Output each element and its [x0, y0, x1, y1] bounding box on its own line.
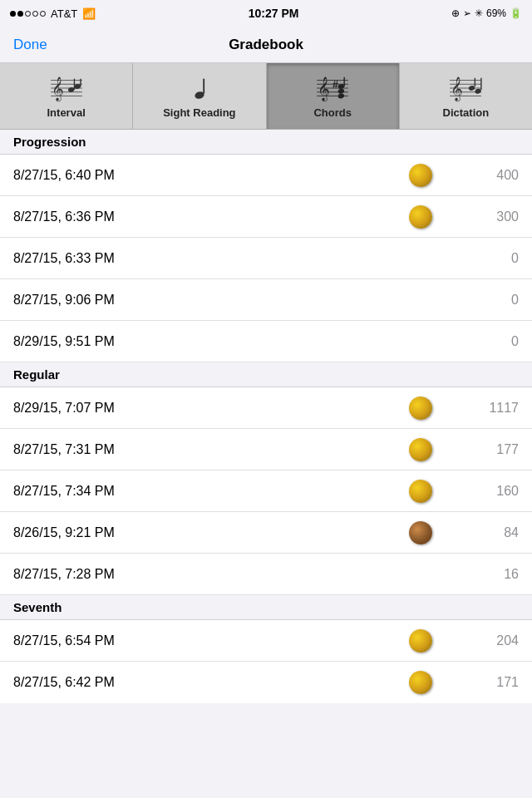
- tab-interval-label: Interval: [47, 106, 86, 119]
- list-item: 8/27/15, 6:42 PM171: [0, 662, 532, 703]
- tab-chords-label: Chords: [313, 106, 352, 119]
- svg-point-31: [475, 88, 482, 94]
- tab-sightreading[interactable]: Sight Reading: [133, 63, 266, 129]
- tab-dictation[interactable]: 𝄞 Dictation: [400, 63, 532, 129]
- row-coin: [406, 288, 436, 312]
- svg-point-21: [337, 93, 345, 99]
- row-date: 8/27/15, 6:42 PM: [13, 675, 406, 690]
- status-bar: AT&T 📶 10:27 PM ⊕ ➢ ✳ 69% 🔋: [0, 0, 532, 27]
- row-date: 8/27/15, 6:54 PM: [13, 633, 406, 648]
- svg-text:𝄞: 𝄞: [318, 76, 330, 102]
- list-item: 8/26/15, 9:21 PM84: [0, 512, 532, 554]
- row-date: 8/29/15, 7:07 PM: [13, 401, 406, 416]
- list-item: 8/27/15, 6:40 PM400: [0, 155, 532, 196]
- row-score: 16: [469, 567, 519, 582]
- wifi-icon: 📶: [82, 7, 96, 20]
- row-score: 1117: [469, 401, 519, 416]
- row-date: 8/27/15, 7:34 PM: [13, 484, 406, 499]
- row-date: 8/29/15, 9:51 PM: [13, 334, 406, 349]
- row-coin: [406, 205, 436, 229]
- list-item: 8/27/15, 6:36 PM300: [0, 196, 532, 238]
- row-score: 400: [469, 168, 519, 183]
- row-score: 160: [469, 484, 519, 499]
- carrier-label: AT&T: [51, 7, 77, 20]
- status-time: 10:27 PM: [249, 7, 299, 20]
- section-header-2: Seventh: [0, 595, 532, 620]
- list-item: 8/27/15, 7:34 PM160: [0, 470, 532, 512]
- row-date: 8/27/15, 6:36 PM: [13, 209, 406, 224]
- row-score: 0: [469, 334, 519, 349]
- row-coin: [406, 330, 436, 353]
- svg-point-29: [469, 85, 476, 91]
- row-coin: [406, 164, 436, 187]
- list-item: 8/27/15, 6:54 PM204: [0, 620, 532, 662]
- tab-bar: 𝄞 Interval Sight Reading: [0, 63, 532, 130]
- row-coin: [406, 671, 436, 694]
- bluetooth-icon: ✳: [475, 7, 483, 19]
- section-header-0: Progression: [0, 130, 532, 155]
- section-header-1: Regular: [0, 362, 532, 387]
- navigation-icon: ➢: [463, 7, 471, 19]
- row-coin: [406, 629, 436, 653]
- row-score: 171: [469, 675, 519, 690]
- list-item: 8/27/15, 6:33 PM0: [0, 238, 532, 279]
- svg-text:#: #: [332, 79, 338, 91]
- row-date: 8/26/15, 9:21 PM: [13, 525, 406, 540]
- tab-chords[interactable]: 𝄞 # Chords: [267, 63, 400, 129]
- row-score: 84: [469, 525, 519, 540]
- list-item: 8/27/15, 9:06 PM0: [0, 279, 532, 321]
- row-date: 8/27/15, 7:28 PM: [13, 567, 406, 582]
- svg-text:𝄞: 𝄞: [451, 76, 463, 102]
- gradebook-list: Progression8/27/15, 6:40 PM4008/27/15, 6…: [0, 130, 532, 703]
- row-coin: [406, 563, 436, 586]
- row-date: 8/27/15, 7:31 PM: [13, 442, 406, 457]
- svg-point-20: [337, 88, 345, 94]
- row-date: 8/27/15, 9:06 PM: [13, 293, 406, 308]
- status-right: ⊕ ➢ ✳ 69% 🔋: [451, 7, 522, 19]
- status-left: AT&T 📶: [10, 7, 96, 20]
- interval-icon: 𝄞: [48, 73, 85, 103]
- battery-icon: 🔋: [510, 7, 522, 19]
- dictation-icon: 𝄞: [447, 73, 484, 103]
- nav-bar: Done Gradebook: [0, 27, 532, 63]
- row-score: 177: [469, 442, 519, 457]
- list-item: 8/29/15, 7:07 PM1117: [0, 387, 532, 429]
- signal-icon: [10, 11, 46, 17]
- chords-icon: 𝄞 #: [314, 73, 351, 103]
- row-score: 204: [469, 633, 519, 648]
- row-coin: [406, 397, 436, 420]
- list-item: 8/29/15, 9:51 PM0: [0, 321, 532, 362]
- list-item: 8/27/15, 7:31 PM177: [0, 429, 532, 470]
- battery-label: 69%: [486, 7, 506, 19]
- tab-sightreading-label: Sight Reading: [163, 106, 235, 119]
- tab-interval[interactable]: 𝄞 Interval: [0, 63, 133, 129]
- row-coin: [406, 438, 436, 461]
- tab-dictation-label: Dictation: [443, 106, 490, 119]
- row-coin: [406, 480, 436, 503]
- sightreading-icon: [181, 73, 218, 103]
- row-score: 0: [469, 251, 519, 266]
- done-button[interactable]: Done: [13, 37, 47, 53]
- row-coin: [406, 247, 436, 270]
- row-coin: [406, 521, 436, 544]
- row-score: 300: [469, 209, 519, 224]
- row-date: 8/27/15, 6:40 PM: [13, 168, 406, 183]
- page-title: Gradebook: [229, 37, 303, 53]
- row-date: 8/27/15, 6:33 PM: [13, 251, 406, 266]
- svg-text:𝄞: 𝄞: [52, 76, 64, 102]
- list-item: 8/27/15, 7:28 PM16: [0, 554, 532, 595]
- row-score: 0: [469, 293, 519, 308]
- location-icon: ⊕: [451, 7, 460, 19]
